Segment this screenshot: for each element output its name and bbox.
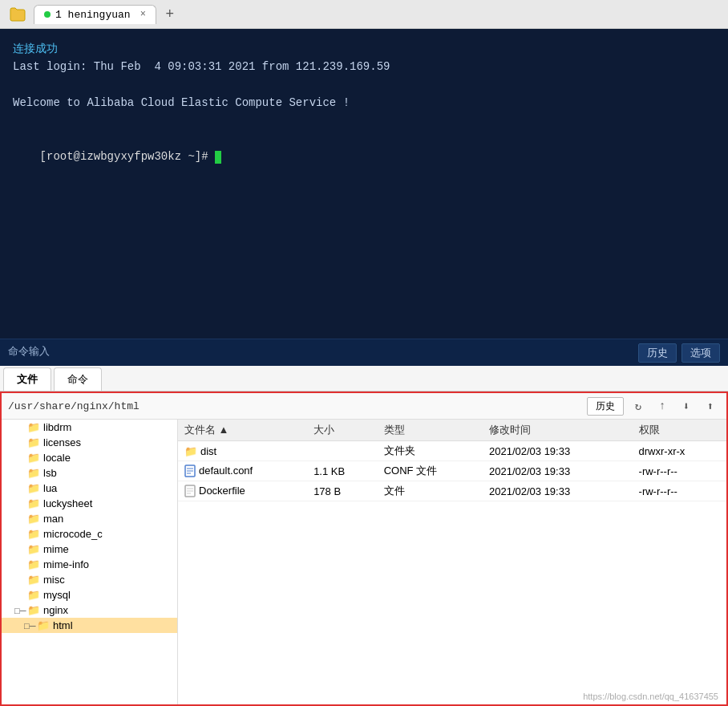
terminal-options-button[interactable]: 选项: [681, 343, 720, 363]
fm-up-icon[interactable]: ↑: [653, 396, 672, 416]
fm-body: 📁 libdrm 📁 licenses 📁 locale 📁 lsb 📁: [2, 420, 726, 704]
cmd-input-label: 命令输入: [8, 344, 633, 361]
col-header-name[interactable]: 文件名 ▲: [178, 420, 307, 441]
tab-commands[interactable]: 命令: [54, 367, 102, 391]
folder-icon: 📁: [27, 574, 40, 586]
tree-item-luckysheet[interactable]: 📁 luckysheet: [2, 496, 177, 511]
tree-item-nginx[interactable]: □─ 📁 nginx: [2, 603, 177, 618]
fm-history-button[interactable]: 历史: [587, 397, 624, 416]
conf-file-icon: [184, 465, 196, 477]
col-header-size[interactable]: 大小: [307, 420, 378, 441]
folder-icon-btn[interactable]: [6, 3, 29, 26]
folder-icon: 📁: [27, 528, 40, 540]
fm-download-icon[interactable]: ⬇: [677, 396, 696, 416]
col-header-perm[interactable]: 权限: [633, 420, 726, 441]
panel-tabs: 文件 命令: [0, 366, 728, 392]
folder-icon: 📁: [27, 604, 40, 616]
folder-icon: 📁: [27, 589, 40, 601]
folder-icon: 📁: [27, 421, 40, 433]
file-manager: /usr/share/nginx/html 历史 ↻ ↑ ⬇ ⬆ 📁 libdr…: [0, 392, 728, 706]
fm-refresh-icon[interactable]: ↻: [629, 396, 648, 416]
tab-files[interactable]: 文件: [3, 367, 51, 391]
tree-item-lua[interactable]: 📁 lua: [2, 481, 177, 496]
tree-item-mysql[interactable]: 📁 mysql: [2, 587, 177, 603]
fm-upload-icon[interactable]: ⬆: [701, 396, 720, 416]
folder-icon: 📁: [184, 445, 197, 457]
terminal-bottom-bar: 命令输入 历史 选项: [0, 339, 728, 366]
browser-chrome: 1 heningyuan × +: [0, 0, 728, 29]
plain-file-icon: [184, 485, 196, 497]
tree-item-locale[interactable]: 📁 locale: [2, 450, 177, 465]
tree-item-mime-info[interactable]: 📁 mime-info: [2, 557, 177, 572]
file-row-dockerfile[interactable]: Dockerfile 178 B 文件 2021/02/03 19:33 -rw…: [178, 481, 726, 501]
tab-label: 1 heningyuan: [55, 9, 131, 21]
folder-icon: 📁: [27, 558, 40, 570]
folder-icon: 📁: [27, 543, 40, 555]
terminal-cursor: [215, 151, 221, 164]
fm-toolbar: /usr/share/nginx/html 历史 ↻ ↑ ⬇ ⬆: [2, 393, 726, 420]
col-header-type[interactable]: 类型: [378, 420, 483, 441]
terminal-line-4: Welcome to Alibaba Cloud Elastic Compute…: [13, 94, 715, 112]
terminal-line-5: [13, 112, 715, 130]
fm-tree: 📁 libdrm 📁 licenses 📁 locale 📁 lsb 📁: [2, 420, 178, 704]
tree-item-licenses[interactable]: 📁 licenses: [2, 435, 177, 450]
terminal-line-1: 连接成功: [13, 40, 715, 58]
file-row-dist[interactable]: 📁dist 文件夹 2021/02/03 19:33 drwxr-xr-x: [178, 441, 726, 461]
tab-status-dot: [44, 11, 51, 18]
watermark: https://blog.csdn.net/qq_41637455: [583, 692, 718, 701]
folder-icon: 📁: [37, 619, 50, 631]
terminal-area: 连接成功 Last login: Thu Feb 4 09:03:31 2021…: [0, 29, 728, 366]
tree-item-misc[interactable]: 📁 misc: [2, 572, 177, 587]
fm-path: /usr/share/nginx/html: [8, 400, 582, 412]
folder-icon: 📁: [27, 436, 40, 448]
tab-bar: 1 heningyuan × +: [34, 4, 722, 25]
tree-item-man[interactable]: 📁 man: [2, 511, 177, 526]
main-tab[interactable]: 1 heningyuan ×: [34, 5, 156, 24]
new-tab-button[interactable]: +: [160, 4, 180, 25]
terminal-line-2: Last login: Thu Feb 4 09:03:31 2021 from…: [13, 58, 715, 75]
fm-file-list: 文件名 ▲ 大小 类型 修改时间 权限 📁dist 文件夹 2021/02/03…: [178, 420, 726, 704]
folder-icon: 📁: [27, 497, 40, 509]
file-row-default-conf[interactable]: default.conf 1.1 KB CONF 文件 2021/02/03 1…: [178, 461, 726, 481]
terminal-prompt-line[interactable]: [root@izwbgyxyfpw30kz ~]#: [13, 130, 715, 184]
tree-item-microcode[interactable]: 📁 microcode_c: [2, 526, 177, 542]
tree-item-html[interactable]: □─ 📁 html: [2, 618, 177, 633]
folder-icon: 📁: [27, 513, 40, 525]
col-header-modified[interactable]: 修改时间: [483, 420, 633, 441]
folder-icon: 📁: [27, 482, 40, 494]
folder-icon: 📁: [27, 467, 40, 479]
tree-item-libdrm[interactable]: 📁 libdrm: [2, 420, 177, 435]
tree-item-lsb[interactable]: 📁 lsb: [2, 465, 177, 481]
folder-icon: 📁: [27, 452, 40, 464]
terminal-line-3: [13, 76, 715, 94]
prompt-text: [root@izwbgyxyfpw30kz ~]#: [40, 150, 215, 163]
terminal-history-button[interactable]: 历史: [638, 343, 677, 363]
tree-item-mime[interactable]: 📁 mime: [2, 542, 177, 557]
tab-close-btn[interactable]: ×: [140, 9, 146, 20]
